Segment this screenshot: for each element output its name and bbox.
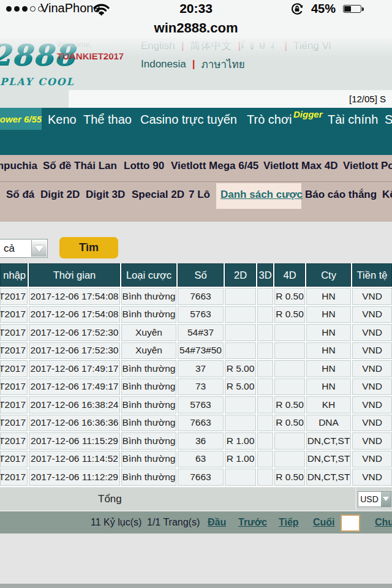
language-khmer[interactable]: ខ្មែរ	[247, 40, 278, 52]
table-cell: R 5.00	[225, 379, 256, 396]
search-button[interactable]: Tìm	[59, 237, 118, 258]
prev-page-link[interactable]: Trước	[238, 511, 267, 533]
subnav-vietlott-max4d[interactable]: Vietlott Max 4D	[263, 160, 338, 172]
subnav-vietlott-mega[interactable]: Vietlott Mega 6/45	[171, 160, 258, 172]
battery-percent-label: 45%	[311, 2, 336, 16]
nav-item-casino[interactable]: Casino trực tuyến	[140, 113, 237, 127]
table-cell	[274, 432, 305, 450]
goto-page-input[interactable]	[341, 514, 360, 532]
table-cell	[274, 379, 305, 396]
separator: |	[284, 40, 287, 52]
subnav-vietlott-power[interactable]: Vietlott Pow	[343, 160, 392, 172]
table-cell	[225, 306, 256, 323]
table-cell: 2017-12-06 17:52:30	[29, 324, 120, 341]
chevron-down-icon[interactable]	[381, 492, 391, 507]
nav-item-the-thao[interactable]: Thể thao	[83, 113, 132, 127]
table-cell	[257, 451, 273, 468]
table-cell	[257, 324, 273, 341]
column-header: Tiền tệ	[352, 263, 392, 287]
digger-badge: Digger	[293, 109, 323, 119]
table-cell: R 0.50	[274, 396, 305, 413]
table-cell	[257, 396, 273, 413]
username-label: TUANKIET2017	[57, 51, 124, 61]
table-cell: HN	[306, 306, 351, 323]
page-count-label: 1/1 Trang(s)	[147, 511, 200, 533]
browser-title[interactable]: win2888.com	[0, 20, 392, 36]
subnav-so-de-thai-lan[interactable]: Số đề Thái Lan	[43, 160, 117, 172]
notice-text: [12/05] S	[349, 90, 386, 108]
language-indonesian[interactable]: Indonesia	[141, 58, 186, 70]
table-cell: VND	[352, 288, 392, 305]
table-cell: T2017	[0, 451, 28, 468]
nav-item-keno[interactable]: Keno	[48, 113, 77, 127]
currency-select[interactable]: USD	[358, 491, 391, 507]
column-header: 2D	[225, 263, 256, 287]
subnav-digit-3d[interactable]: Digit 3D	[86, 189, 125, 201]
table-cell: T2017	[0, 432, 28, 450]
subnav-lotto-90[interactable]: Lotto 90	[124, 160, 164, 172]
column-header: 4D	[274, 263, 305, 287]
language-thai[interactable]: ภาษาไทย	[202, 56, 245, 72]
table-cell: 73	[178, 379, 224, 396]
table-cell	[257, 306, 273, 323]
table-cell: 2017-12-06 17:54:08	[29, 306, 120, 323]
table-cell	[257, 432, 273, 450]
table-cell: 2017-12-06 17:49:17	[29, 379, 120, 396]
table-cell	[225, 288, 256, 305]
chevron-down-icon[interactable]	[31, 240, 47, 257]
subnav-campuchia[interactable]: mpuchia	[0, 160, 37, 172]
subnav-7-lo[interactable]: 7 Lô	[189, 189, 210, 201]
nav-item-tai-chinh[interactable]: Tài chính	[328, 113, 378, 127]
nav-item-tro-choi[interactable]: Trò chơi	[247, 113, 292, 127]
table-cell: 2017-12-06 11:15:29	[29, 432, 120, 450]
table-cell: T2017	[0, 396, 28, 413]
table-cell: Bình thường	[121, 396, 176, 413]
subnav-bao-cao-thang[interactable]: Báo cáo thắng	[305, 189, 377, 201]
content-area: cả Tìm nhậpThời gianLoại cượcSố2D3D4DCty…	[0, 222, 392, 588]
table-cell: R 0.50	[274, 306, 305, 323]
table-cell: VND	[352, 342, 392, 360]
select-value: cả	[4, 239, 15, 257]
table-cell: Bình thường	[121, 288, 176, 305]
table-cell	[274, 342, 305, 360]
next-page-link[interactable]: Tiếp	[279, 511, 299, 533]
pagination-bar: 11 Kỷ lục(s) 1/1 Trang(s) Đầu Trước Tiếp…	[0, 511, 392, 533]
table-cell: T2017	[0, 469, 28, 486]
table-cell: T2017	[0, 415, 28, 432]
subnav-danh-sach-cuoc-active[interactable]: Danh sách cược	[221, 189, 303, 201]
table-cell	[225, 324, 256, 341]
table-cell	[225, 342, 256, 360]
table-cell: VND	[352, 432, 392, 450]
goto-page-link[interactable]: Chuyể	[375, 511, 392, 533]
table-cell: R 0.50	[274, 469, 305, 486]
subnav-ket-qua[interactable]: Kết	[382, 189, 392, 201]
table-cell	[274, 360, 305, 377]
table-cell: VND	[352, 360, 392, 377]
logo-tagline: PLAY COOL	[0, 76, 75, 88]
column-header: Số	[178, 263, 224, 287]
language-chinese-simplified[interactable]: 简体中文	[190, 39, 232, 53]
table-cell: VND	[352, 451, 392, 468]
last-page-link[interactable]: Cuối	[313, 511, 335, 533]
table-cell: Bình thường	[121, 360, 176, 377]
first-page-link[interactable]: Đầu	[208, 511, 226, 533]
currency-value: USD	[358, 492, 381, 507]
table-total-row: Tổng USD	[0, 488, 392, 510]
table-cell: HN	[306, 288, 351, 305]
table-cell: HN	[306, 360, 351, 377]
subnav-so-da[interactable]: Số đá	[6, 189, 34, 201]
nav-item-so[interactable]: Số	[385, 113, 392, 127]
table-cell: 37	[178, 360, 224, 377]
language-english[interactable]: English	[141, 40, 175, 52]
table-cell: Xuyên	[121, 342, 176, 360]
table-cell: 7663	[178, 469, 224, 486]
table-cell: 2017-12-06 16:38:24	[29, 396, 120, 413]
table-cell: Bình thường	[121, 451, 176, 468]
nav-item-power-655-active[interactable]: ower 6/55	[0, 108, 42, 130]
subnav-special-2d[interactable]: Special 2D	[132, 189, 184, 201]
subnav-digit-2d[interactable]: Digit 2D	[40, 189, 80, 201]
table-cell: T2017	[0, 360, 28, 377]
language-vietnamese[interactable]: Tiếng Vi	[293, 40, 331, 52]
separator: |	[192, 58, 195, 70]
bet-type-select[interactable]: cả	[0, 239, 48, 258]
